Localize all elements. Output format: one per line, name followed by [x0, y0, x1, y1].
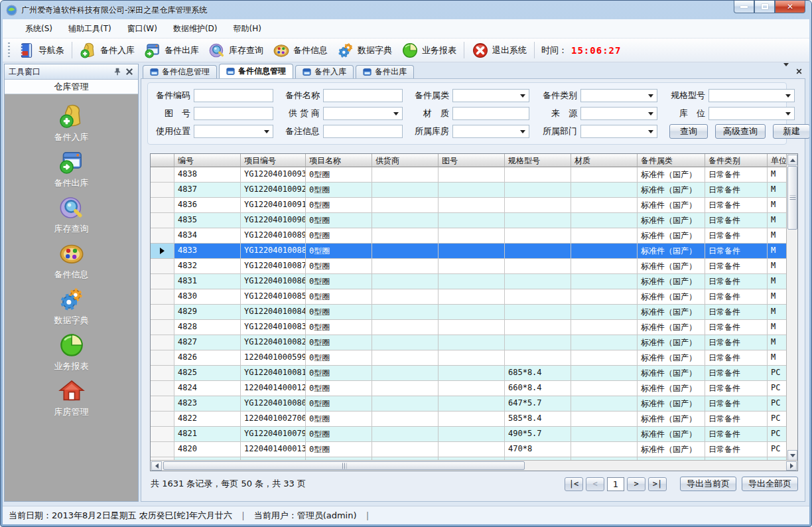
- row-selector-cell[interactable]: [151, 396, 174, 412]
- part-class-select[interactable]: [580, 89, 657, 102]
- chevron-down-icon[interactable]: [783, 66, 789, 76]
- row-selector-cell[interactable]: [151, 183, 174, 198]
- table-row[interactable]: 4837YG122040100920型圈标准件（国产）日常备件M: [151, 183, 787, 198]
- location-select[interactable]: [709, 107, 795, 120]
- table-row[interactable]: 482012204014000130型圈470*8标准件（国产）日常备件PC: [151, 442, 787, 457]
- toolbar-button-parts-out[interactable]: 备件出库: [139, 40, 204, 60]
- first-page-button[interactable]: |<: [565, 477, 583, 491]
- spec-model-select[interactable]: [709, 89, 795, 102]
- export-current-page-button[interactable]: 导出当前页: [680, 477, 736, 491]
- table-row[interactable]: 4821YG122040100790型圈490*5.7标准件（国产）日常备件PC: [151, 427, 787, 442]
- table-row[interactable]: 4836YG122040100910型圈标准件（国产）日常备件M: [151, 198, 787, 213]
- sidebar-item-stock-query[interactable]: 库存查询: [5, 194, 138, 240]
- table-row[interactable]: 482612204010005990型圈标准件（国产）日常备件M: [151, 350, 787, 366]
- table-row-selected[interactable]: 4833YG122040100880型圈标准件（国产）日常备件M: [151, 244, 787, 259]
- table-header-col-1[interactable]: 项目编号: [241, 154, 306, 167]
- next-page-button[interactable]: >: [627, 477, 645, 491]
- page-number-input[interactable]: 1: [607, 477, 624, 491]
- new-button[interactable]: 新建: [773, 124, 809, 139]
- menu-item-2[interactable]: 窗口(W): [119, 20, 165, 38]
- scroll-up-icon[interactable]: [787, 155, 797, 165]
- scroll-down-icon[interactable]: [787, 450, 797, 461]
- vertical-scroll-thumb[interactable]: [787, 166, 797, 230]
- part-code-input[interactable]: [194, 89, 273, 102]
- table-header-col-9[interactable]: 单位: [768, 154, 787, 167]
- menu-item-0[interactable]: 系统(S): [17, 20, 60, 38]
- table-row[interactable]: 4825YG122040100810型圈685*8.4标准件（国产）日常备件PC: [151, 366, 787, 381]
- menu-item-4[interactable]: 帮助(H): [226, 20, 269, 38]
- table-row[interactable]: 4830YG122040100850型圈标准件（国产）日常备件M: [151, 289, 787, 305]
- query-button[interactable]: 查询: [669, 124, 708, 139]
- export-all-pages-button[interactable]: 导出全部页: [742, 477, 798, 491]
- row-selector-cell[interactable]: [151, 305, 174, 320]
- toolbar-button-navbar[interactable]: 导航条: [13, 40, 69, 60]
- toolbar-button-exit[interactable]: 退出系统: [467, 40, 531, 60]
- table-row[interactable]: 4829YG122040100840型圈标准件（国产）日常备件M: [151, 305, 787, 320]
- row-selector-cell[interactable]: [151, 259, 174, 274]
- row-selector-cell[interactable]: [151, 289, 174, 305]
- row-selector-cell[interactable]: [151, 427, 174, 442]
- row-selector-cell[interactable]: [151, 244, 174, 259]
- scroll-left-icon[interactable]: [151, 461, 162, 471]
- row-selector-cell[interactable]: [151, 442, 174, 457]
- remark-input[interactable]: [323, 125, 403, 138]
- table-row[interactable]: 4827YG122040100820型圈标准件（国产）日常备件M: [151, 335, 787, 350]
- tab-1-active[interactable]: 备件信息管理: [219, 64, 293, 78]
- row-selector-cell[interactable]: [151, 274, 174, 289]
- toolbar-button-parts-info[interactable]: 备件信息: [268, 40, 332, 60]
- last-page-button[interactable]: >|: [648, 477, 667, 491]
- row-selector-cell[interactable]: [151, 335, 174, 350]
- horizontal-scrollbar[interactable]: [151, 460, 797, 471]
- table-row[interactable]: 4834YG122040100890型圈标准件（国产）日常备件M: [151, 228, 787, 244]
- row-selector-cell[interactable]: [151, 320, 174, 335]
- table-row[interactable]: 4832YG122040100870型圈标准件（国产）日常备件M: [151, 259, 787, 274]
- row-selector-cell[interactable]: [151, 350, 174, 366]
- row-selector-cell[interactable]: [151, 228, 174, 244]
- table-header-col-3[interactable]: 供货商: [372, 154, 439, 167]
- supplier-select[interactable]: [323, 107, 403, 120]
- sidebar-item-parts-in[interactable]: 备件入库: [5, 103, 138, 149]
- table-header-col-7[interactable]: 备件属类: [638, 154, 705, 167]
- sidebar-item-warehouse[interactable]: 库房管理: [5, 378, 138, 423]
- menu-item-3[interactable]: 数据维护(D): [165, 20, 226, 38]
- toolbar-button-stock-query[interactable]: 库存查询: [204, 40, 268, 60]
- menu-item-1[interactable]: 辅助工具(T): [60, 20, 119, 38]
- row-selector-cell[interactable]: [151, 366, 174, 381]
- tab-0[interactable]: 备件信息管理: [143, 65, 217, 78]
- table-row[interactable]: 4838YG122040100930型圈标准件（国产）日常备件M: [151, 167, 787, 183]
- toolbar-button-parts-in[interactable]: 备件入库: [75, 40, 139, 60]
- source-select[interactable]: [580, 107, 657, 120]
- prev-page-button[interactable]: <: [586, 477, 604, 491]
- sidebar-item-data-dict[interactable]: 数据字典: [5, 286, 138, 332]
- warehouse-select[interactable]: [452, 125, 529, 138]
- row-selector-cell[interactable]: [151, 198, 174, 213]
- table-header-col-2[interactable]: 项目名称: [306, 154, 372, 167]
- toolbar-grip[interactable]: [8, 42, 10, 58]
- row-selector-cell[interactable]: [151, 167, 174, 183]
- drawing-no-input[interactable]: [194, 107, 273, 120]
- vertical-scrollbar[interactable]: [786, 154, 797, 461]
- adv-query-button[interactable]: 高级查询: [715, 124, 766, 139]
- table-row[interactable]: 4835YG122040100900型圈标准件（国产）日常备件M: [151, 213, 787, 228]
- scroll-right-icon[interactable]: [786, 461, 797, 471]
- pin-icon[interactable]: [113, 67, 122, 76]
- table-header-col-8[interactable]: 备件类别: [705, 154, 768, 167]
- table-row[interactable]: 4828YG122040100830型圈标准件（国产）日常备件M: [151, 320, 787, 335]
- table-header-col-6[interactable]: 材质: [571, 154, 638, 167]
- toolbar-button-report[interactable]: 业务报表: [397, 40, 461, 60]
- row-selector-cell[interactable]: [151, 213, 174, 228]
- material-input[interactable]: [452, 107, 529, 120]
- table-header-col-4[interactable]: 图号: [439, 154, 505, 167]
- tool-window-close-icon[interactable]: [125, 67, 134, 76]
- table-header-col-5[interactable]: 规格型号: [505, 154, 571, 167]
- department-select[interactable]: [580, 125, 657, 138]
- row-selector-cell[interactable]: [151, 381, 174, 396]
- part-genus-select[interactable]: [452, 89, 529, 102]
- part-name-input[interactable]: [323, 89, 403, 102]
- use-position-select[interactable]: [194, 125, 273, 138]
- tab-close-icon[interactable]: [795, 68, 803, 75]
- table-row[interactable]: 4823YG122040100800型圈647*5.7标准件（国产）日常备件PC: [151, 396, 787, 412]
- tab-3[interactable]: 备件出库: [356, 65, 414, 78]
- row-selector-cell[interactable]: [151, 412, 174, 427]
- horizontal-scroll-thumb[interactable]: [163, 461, 525, 470]
